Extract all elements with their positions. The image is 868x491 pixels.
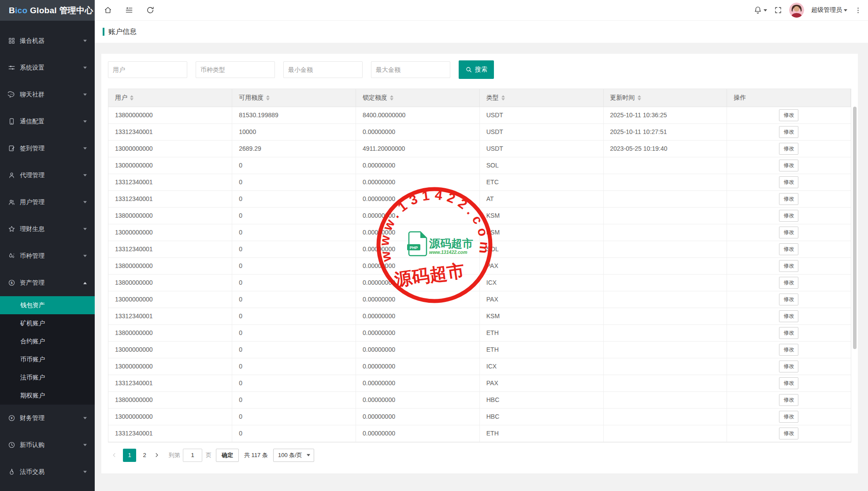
min-amount-filter-input[interactable] [283,61,363,78]
edit-button[interactable]: 修改 [779,394,798,406]
edit-button[interactable]: 修改 [779,176,798,188]
notifications-button[interactable] [753,6,767,15]
fullscreen-icon[interactable] [774,6,782,14]
cell-actions: 修改 [727,123,851,140]
per-page-select[interactable]: 100 条/页 [273,449,314,462]
max-amount-filter-input[interactable] [371,61,450,78]
edit-button[interactable]: 修改 [779,109,798,121]
user-menu[interactable]: 超级管理员 [811,6,847,14]
page-button-current[interactable]: 1 [123,449,136,462]
edit-button[interactable]: 修改 [779,126,798,138]
edit-button[interactable]: 修改 [779,143,798,155]
sidebar-subitem[interactable]: 期权账户 [0,387,95,405]
edit-button[interactable]: 修改 [779,243,798,255]
sidebar-item[interactable]: 通信配置 [0,108,95,135]
grid-icon [8,37,15,45]
goto-page-input[interactable] [183,449,202,462]
chevron-down-icon [83,471,87,475]
page-button-2[interactable]: 2 [139,449,150,462]
sidebar-item-label: 签到管理 [20,145,45,153]
coin-type-filter-input[interactable] [196,61,275,78]
sidebar-item[interactable]: 新币认购 [0,431,95,458]
sidebar-subitem[interactable]: 矿机账户 [0,314,95,332]
cell-type: HBC [479,408,603,425]
sidebar-subitem-label: 合约账户 [20,338,45,345]
table-scrollbar-thumb[interactable] [853,107,857,349]
cell-type: AT [479,190,603,207]
content-area: 搜索 用户 [95,43,868,491]
sort-icon[interactable] [130,93,134,102]
edit-button[interactable]: 修改 [779,160,798,171]
cell-locked: 0.00000000 [356,425,480,442]
sidebar-subitem[interactable]: 合约账户 [0,332,95,350]
table-row: 13000000000 2689.29 4911.20000000 USDT 2… [108,140,851,157]
edit-button[interactable]: 修改 [779,260,798,272]
sidebar-item[interactable]: 币种管理 [0,242,95,269]
home-icon[interactable] [104,6,112,15]
sidebar-subitem[interactable]: 钱包资产 [0,296,95,314]
edit-button[interactable]: 修改 [779,377,798,389]
cell-actions: 修改 [727,241,851,257]
cell-updated [603,308,727,324]
sidebar-item[interactable]: 签到管理 [0,135,95,162]
app-logo: Bico Global 管理中心 [0,0,95,21]
sidebar-item-label: 新币认购 [20,441,45,449]
edit-button[interactable]: 修改 [779,411,798,423]
sidebar-item[interactable]: 撮合机器 [0,27,95,54]
cell-actions: 修改 [727,107,851,123]
edit-button[interactable]: 修改 [779,310,798,322]
sidebar-item[interactable]: 系统设置 [0,54,95,81]
user-filter-input[interactable] [108,61,187,78]
sidebar-item[interactable]: 法币交易 [0,458,95,485]
next-page-button[interactable] [150,449,163,462]
cell-type: SOL [479,241,603,257]
sidebar-item-asset[interactable]: 资产管理 [0,269,95,296]
confirm-page-button[interactable]: 确定 [216,449,239,462]
prev-page-button[interactable] [108,449,120,462]
cell-type: KSM [479,224,603,241]
filter-bar: 搜索 [108,60,851,79]
edit-button[interactable]: 修改 [779,428,798,439]
edit-button[interactable]: 修改 [779,294,798,305]
edit-button[interactable]: 修改 [779,344,798,356]
cell-locked: 0.00000000 [356,291,480,308]
kebab-menu-icon[interactable] [854,7,862,14]
sliders-icon [8,64,15,71]
refresh-icon[interactable] [146,6,155,15]
cell-available: 0 [232,274,356,291]
sidebar-item[interactable]: 理财生息 [0,216,95,242]
cell-user: 13312340001 [108,425,232,442]
sidebar-item[interactable]: 聊天社群 [0,81,95,108]
chevron-right-icon [154,452,160,458]
sort-icon[interactable] [266,93,270,102]
edit-button[interactable]: 修改 [779,227,798,238]
cell-actions: 修改 [727,157,851,174]
chevron-down-icon [83,147,87,151]
edit-button[interactable]: 修改 [779,210,798,222]
avatar[interactable] [789,3,804,18]
chevron-down-icon [764,9,767,13]
sidebar-item[interactable]: 财务管理 [0,405,95,431]
cell-available: 81530.199889 [232,107,356,123]
sort-icon[interactable] [501,93,505,102]
sort-icon[interactable] [638,93,641,102]
collapse-sidebar-icon[interactable] [125,6,134,15]
edit-button[interactable]: 修改 [779,193,798,205]
table-row: 13800000000 0 0.00000000 ICX 修改 [108,274,851,291]
search-button[interactable]: 搜索 [459,60,494,79]
table-row: 13000000000 0 0.00000000 ICX 修改 [108,358,851,375]
sidebar-subitem[interactable]: 法币账户 [0,368,95,387]
edit-button[interactable]: 修改 [779,327,798,339]
edit-button[interactable]: 修改 [779,361,798,372]
cell-locked: 0.00000000 [356,257,480,274]
sidebar-item[interactable]: 代理管理 [0,162,95,189]
cell-locked: 0.00000000 [356,174,480,190]
cell-updated: 2023-05-25 10:19:40 [603,140,727,157]
edit-button[interactable]: 修改 [779,277,798,289]
sidebar-subitem[interactable]: 币币账户 [0,350,95,368]
sidebar-item[interactable]: 用户管理 [0,189,95,216]
sort-icon[interactable] [390,93,393,102]
cell-updated [603,291,727,308]
cell-locked: 0.00000000 [356,207,480,224]
cell-actions: 修改 [727,174,851,190]
